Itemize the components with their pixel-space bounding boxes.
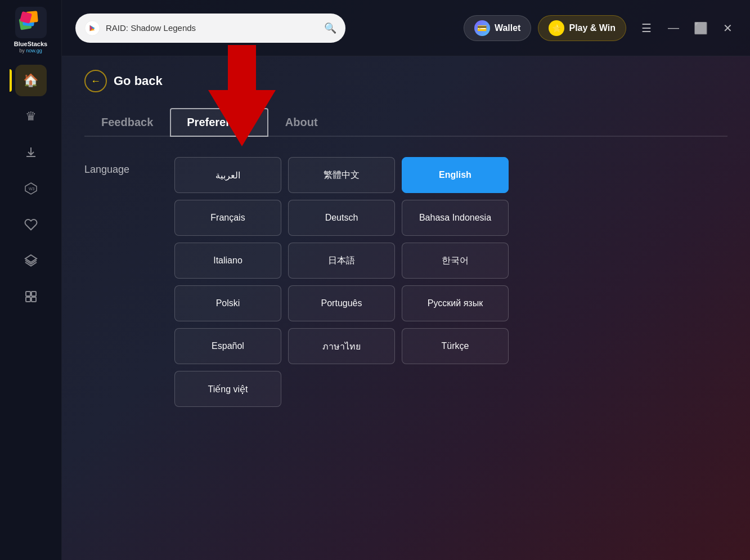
tabs: Feedback Preferences About bbox=[84, 108, 727, 137]
back-icon: ← bbox=[84, 70, 107, 92]
play-win-label: Play & Win bbox=[569, 23, 616, 33]
topbar-right: 💳 Wallet ⭐ Play & Win ☰ — ⬜ ✕ bbox=[464, 15, 736, 41]
app-subtext: by now.gg bbox=[19, 48, 42, 53]
sidebar-item-home[interactable]: 🏠 bbox=[15, 65, 47, 96]
svg-rect-8 bbox=[26, 292, 30, 296]
go-back-button[interactable]: ← Go back bbox=[84, 70, 727, 92]
wallet-icon: 💳 bbox=[474, 20, 490, 36]
lang-btn-bahasa[interactable]: Bahasa Indonesia bbox=[402, 200, 509, 236]
maximize-button[interactable]: ⬜ bbox=[691, 19, 709, 37]
lang-btn-arabic[interactable]: العربية bbox=[174, 157, 281, 193]
lang-btn-thai[interactable]: ภาษาไทย bbox=[288, 328, 395, 364]
wallet-button[interactable]: 💳 Wallet bbox=[464, 15, 532, 41]
lang-btn-spanish[interactable]: Español bbox=[174, 328, 281, 364]
lang-btn-korean[interactable]: 한국어 bbox=[402, 243, 509, 279]
logo-area: BlueStacks by now.gg bbox=[14, 7, 47, 53]
svg-text:W3: W3 bbox=[29, 187, 35, 191]
web3-icon: W3 bbox=[24, 182, 38, 195]
heart-icon bbox=[24, 218, 38, 231]
topbar: RAID: Shadow Legends 🔍 💳 Wallet ⭐ Play &… bbox=[62, 0, 750, 56]
download-icon bbox=[24, 146, 38, 159]
sidebar-item-download[interactable] bbox=[15, 137, 47, 168]
layers-icon bbox=[24, 254, 38, 267]
search-icon[interactable]: 🔍 bbox=[324, 22, 336, 34]
minimize-button[interactable]: — bbox=[664, 19, 682, 37]
sidebar-nav: 🏠 ♛ W3 bbox=[0, 65, 61, 553]
star-icon: ⭐ bbox=[549, 20, 564, 36]
sidebar: BlueStacks by now.gg 🏠 ♛ W3 bbox=[0, 0, 62, 560]
lang-btn-german[interactable]: Deutsch bbox=[288, 200, 395, 236]
sidebar-item-crown[interactable]: ♛ bbox=[15, 101, 47, 132]
lang-btn-turkish[interactable]: Türkçe bbox=[402, 328, 509, 364]
google-play-icon bbox=[84, 20, 100, 36]
window-controls: ☰ — ⬜ ✕ bbox=[637, 19, 736, 37]
tab-preferences[interactable]: Preferences bbox=[170, 108, 268, 137]
lang-btn-japanese[interactable]: 日本語 bbox=[288, 243, 395, 279]
svg-rect-9 bbox=[32, 292, 36, 296]
lang-btn-english[interactable]: English bbox=[402, 157, 509, 193]
svg-rect-11 bbox=[32, 297, 36, 302]
lang-btn-italian[interactable]: Italiano bbox=[174, 243, 281, 279]
lang-btn-french[interactable]: Français bbox=[174, 200, 281, 236]
lang-btn-polish[interactable]: Polski bbox=[174, 285, 281, 321]
close-button[interactable]: ✕ bbox=[718, 19, 736, 37]
lang-btn-vietnamese[interactable]: Tiếng việt bbox=[174, 371, 281, 407]
sidebar-item-layers[interactable] bbox=[15, 245, 47, 276]
menu-button[interactable]: ☰ bbox=[637, 19, 655, 37]
lang-btn-chinese-traditional[interactable]: 繁體中文 bbox=[288, 157, 395, 193]
lang-btn-portuguese[interactable]: Português bbox=[288, 285, 395, 321]
sidebar-item-web3[interactable]: W3 bbox=[15, 173, 47, 204]
wallet-label: Wallet bbox=[495, 23, 521, 33]
language-label: Language bbox=[84, 157, 152, 176]
tab-feedback[interactable]: Feedback bbox=[84, 108, 170, 137]
sidebar-item-heart[interactable] bbox=[15, 209, 47, 240]
pages-icon bbox=[24, 290, 38, 303]
go-back-label: Go back bbox=[114, 74, 163, 88]
lang-btn-russian[interactable]: Русский язык bbox=[402, 285, 509, 321]
svg-rect-10 bbox=[26, 297, 30, 302]
language-section: Language العربية繁體中文EnglishFrançaisDeuts… bbox=[84, 157, 727, 407]
app-name: BlueStacks bbox=[14, 41, 47, 48]
play-win-button[interactable]: ⭐ Play & Win bbox=[538, 15, 626, 41]
bluestacks-logo bbox=[15, 7, 47, 38]
tab-about[interactable]: About bbox=[268, 108, 335, 137]
language-grid: العربية繁體中文EnglishFrançaisDeutschBahasa … bbox=[174, 157, 509, 407]
search-bar[interactable]: RAID: Shadow Legends 🔍 bbox=[75, 14, 345, 43]
main-content: ← Go back Feedback Preferences About Lan… bbox=[62, 56, 750, 560]
sidebar-item-pages[interactable] bbox=[15, 281, 47, 312]
search-text: RAID: Shadow Legends bbox=[106, 23, 318, 33]
